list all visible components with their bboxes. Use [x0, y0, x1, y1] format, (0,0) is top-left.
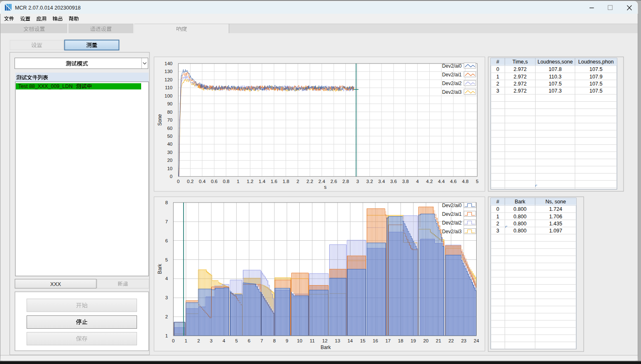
- svg-text:1.6: 1.6: [271, 179, 277, 184]
- svg-text:90: 90: [167, 101, 173, 106]
- svg-text:0: 0: [497, 206, 499, 212]
- svg-text:1: 1: [185, 338, 187, 343]
- svg-text:100: 100: [164, 93, 172, 98]
- svg-text:Dev2/ai1: Dev2/ai1: [442, 211, 462, 217]
- svg-text:2.8: 2.8: [343, 179, 349, 184]
- svg-text:30: 30: [167, 150, 173, 155]
- svg-text:107.8: 107.8: [549, 66, 562, 72]
- svg-text:8: 8: [273, 338, 276, 343]
- svg-text:2.2: 2.2: [306, 179, 313, 184]
- svg-text:0: 0: [172, 338, 174, 343]
- svg-text:0.8: 0.8: [223, 179, 230, 184]
- svg-text:Dev2/ai0: Dev2/ai0: [442, 203, 462, 208]
- svg-text:2.972: 2.972: [514, 74, 526, 80]
- svg-text:3: 3: [210, 338, 213, 343]
- svg-text:Ns, sone: Ns, sone: [546, 199, 566, 205]
- svg-text:70: 70: [167, 117, 173, 122]
- svg-text:1.724: 1.724: [549, 206, 562, 212]
- svg-text:40: 40: [167, 142, 173, 147]
- svg-text:10: 10: [297, 338, 302, 343]
- svg-text:107.5: 107.5: [549, 81, 562, 87]
- svg-text:0.800: 0.800: [514, 214, 526, 220]
- svg-text:9: 9: [286, 338, 288, 343]
- svg-text:Dev2/ai0: Dev2/ai0: [442, 63, 462, 69]
- svg-text:1: 1: [497, 74, 499, 80]
- svg-text:3.6: 3.6: [390, 179, 397, 184]
- svg-text:1.435: 1.435: [549, 221, 562, 227]
- svg-text:Dev2/ai3: Dev2/ai3: [442, 89, 462, 95]
- svg-text:3: 3: [497, 228, 499, 234]
- svg-text:12: 12: [322, 338, 328, 343]
- svg-text:15: 15: [360, 338, 365, 343]
- svg-text:2: 2: [296, 179, 299, 184]
- svg-text:3: 3: [497, 88, 499, 94]
- svg-text:Dev2/ai2: Dev2/ai2: [442, 220, 462, 226]
- svg-text:80: 80: [167, 110, 173, 115]
- svg-text:6: 6: [165, 238, 168, 243]
- svg-text:Dev2/ai2: Dev2/ai2: [442, 81, 462, 86]
- svg-text:107.5: 107.5: [590, 66, 602, 72]
- svg-text:#: #: [497, 59, 499, 65]
- svg-text:Time,s: Time,s: [512, 59, 528, 65]
- svg-text:10: 10: [167, 166, 173, 171]
- svg-text:18: 18: [398, 338, 404, 343]
- svg-text:17: 17: [385, 338, 391, 343]
- svg-text:Dev2/ai3: Dev2/ai3: [442, 229, 462, 235]
- svg-text:Bark: Bark: [157, 264, 163, 274]
- svg-text:5: 5: [476, 179, 478, 184]
- svg-text:4: 4: [223, 338, 225, 343]
- svg-text:13: 13: [335, 338, 340, 343]
- svg-text:130: 130: [164, 69, 172, 74]
- svg-text:0: 0: [170, 174, 172, 179]
- svg-text:1.706: 1.706: [549, 214, 562, 220]
- svg-text:5: 5: [165, 257, 168, 262]
- svg-text:60: 60: [167, 126, 173, 131]
- svg-text:5: 5: [235, 338, 237, 343]
- svg-text:0.800: 0.800: [514, 228, 526, 234]
- svg-text:20: 20: [167, 158, 173, 163]
- svg-text:0.6: 0.6: [211, 179, 218, 184]
- svg-text:1.2: 1.2: [247, 179, 253, 184]
- svg-text:50: 50: [167, 134, 173, 139]
- svg-text:Bark: Bark: [320, 344, 331, 350]
- svg-text:11: 11: [310, 338, 315, 343]
- svg-text:23: 23: [461, 338, 467, 343]
- svg-text:2.972: 2.972: [514, 66, 526, 72]
- svg-text:3: 3: [165, 295, 168, 300]
- svg-text:1.4: 1.4: [259, 179, 266, 184]
- svg-text:24: 24: [474, 338, 479, 343]
- svg-text:2.6: 2.6: [330, 179, 337, 184]
- svg-text:Dev2/ai1: Dev2/ai1: [442, 72, 462, 78]
- svg-text:Test 88_XXX_009_LDN: Test 88_XXX_009_LDN: [18, 83, 73, 89]
- svg-text:0.4: 0.4: [199, 179, 206, 184]
- svg-text:3: 3: [356, 179, 359, 184]
- svg-text:110.3: 110.3: [549, 74, 561, 80]
- svg-text:14: 14: [347, 338, 353, 343]
- svg-text:22: 22: [448, 338, 454, 343]
- svg-text:16: 16: [373, 338, 378, 343]
- svg-text:107.5: 107.5: [590, 88, 602, 94]
- svg-text:4.4: 4.4: [438, 179, 445, 184]
- svg-text:0.800: 0.800: [514, 221, 526, 227]
- svg-text:7: 7: [165, 219, 168, 224]
- svg-text:1: 1: [165, 333, 168, 338]
- svg-text:20: 20: [423, 338, 428, 343]
- svg-text:0: 0: [497, 66, 499, 72]
- svg-text:2.4: 2.4: [318, 179, 325, 184]
- svg-text:XXX: XXX: [50, 281, 61, 287]
- svg-text:#: #: [497, 199, 499, 205]
- svg-text:19: 19: [411, 338, 416, 343]
- svg-text:3.4: 3.4: [378, 179, 385, 184]
- svg-text:107.3: 107.3: [549, 88, 562, 94]
- svg-text:0.800: 0.800: [514, 206, 526, 212]
- svg-text:s: s: [324, 184, 327, 190]
- svg-text:120: 120: [164, 77, 172, 82]
- svg-text:Bark: Bark: [515, 199, 526, 205]
- svg-text:0.2: 0.2: [187, 179, 193, 184]
- svg-text:2: 2: [497, 81, 499, 87]
- svg-text:4.2: 4.2: [426, 179, 433, 184]
- svg-text:2.972: 2.972: [514, 81, 526, 87]
- svg-text:1: 1: [497, 214, 499, 220]
- svg-text:4.8: 4.8: [462, 179, 469, 184]
- svg-text:110: 110: [165, 85, 172, 90]
